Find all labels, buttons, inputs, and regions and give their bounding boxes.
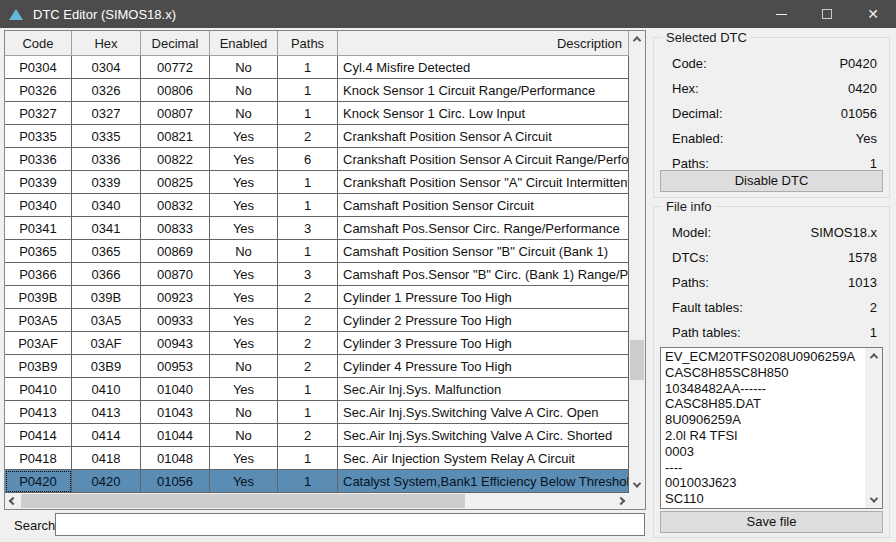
- cell-code[interactable]: P0336: [5, 148, 72, 171]
- table-row[interactable]: P0413041301043No1Sec.Air Inj.Sys.Switchi…: [5, 401, 629, 424]
- cell-description[interactable]: Crankshaft Position Sensor A Circuit: [338, 125, 629, 148]
- cell-decimal[interactable]: 00806: [141, 79, 210, 102]
- cell-enabled[interactable]: Yes: [210, 263, 278, 286]
- table-row[interactable]: P039B039B00923Yes2Cylinder 1 Pressure To…: [5, 286, 629, 309]
- cell-hex[interactable]: 0340: [72, 194, 141, 217]
- cell-hex[interactable]: 0366: [72, 263, 141, 286]
- cell-hex[interactable]: 0304: [72, 56, 141, 79]
- table-row[interactable]: P0339033900825Yes1Crankshaft Position Se…: [5, 171, 629, 194]
- cell-enabled[interactable]: Yes: [210, 217, 278, 240]
- cell-enabled[interactable]: No: [210, 240, 278, 263]
- cell-decimal[interactable]: 00923: [141, 286, 210, 309]
- column-header-paths[interactable]: Paths: [278, 31, 338, 56]
- column-header-hex[interactable]: Hex: [72, 31, 141, 56]
- cell-description[interactable]: Camshaft Position Sensor Circuit: [338, 194, 629, 217]
- file-details-textbox[interactable]: EV_ECM20TFS0208U0906259A CASC8H85SC8H850…: [660, 347, 883, 509]
- cell-hex[interactable]: 0341: [72, 217, 141, 240]
- column-header-code[interactable]: Code: [5, 31, 72, 56]
- table-row[interactable]: P0414041401044No2Sec.Air Inj.Sys.Switchi…: [5, 424, 629, 447]
- cell-paths[interactable]: 1: [278, 240, 338, 263]
- cell-description[interactable]: Sec.Air Inj.Sys.Switching Valve A Circ. …: [338, 401, 629, 424]
- scroll-down-button[interactable]: [629, 477, 645, 493]
- cell-enabled[interactable]: Yes: [210, 332, 278, 355]
- vertical-scroll-thumb[interactable]: [630, 340, 644, 380]
- cell-decimal[interactable]: 00822: [141, 148, 210, 171]
- cell-paths[interactable]: 2: [278, 125, 338, 148]
- table-row[interactable]: P0327032700807No1Knock Sensor 1 Circ. Lo…: [5, 102, 629, 125]
- cell-hex[interactable]: 03AF: [72, 332, 141, 355]
- cell-hex[interactable]: 0420: [72, 470, 141, 493]
- cell-decimal[interactable]: 00807: [141, 102, 210, 125]
- cell-description[interactable]: Cylinder 4 Pressure Too High: [338, 355, 629, 378]
- cell-description[interactable]: Sec.Air Inj.Sys. Malfunction: [338, 378, 629, 401]
- cell-code[interactable]: P0365: [5, 240, 72, 263]
- cell-hex[interactable]: 0413: [72, 401, 141, 424]
- cell-decimal[interactable]: 00833: [141, 217, 210, 240]
- cell-decimal[interactable]: 00943: [141, 332, 210, 355]
- cell-enabled[interactable]: Yes: [210, 286, 278, 309]
- cell-paths[interactable]: 1: [278, 470, 338, 493]
- cell-hex[interactable]: 0365: [72, 240, 141, 263]
- cell-paths[interactable]: 1: [278, 79, 338, 102]
- cell-description[interactable]: Sec. Air Injection System Relay A Circui…: [338, 447, 629, 470]
- table-row[interactable]: P03A503A500933Yes2Cylinder 2 Pressure To…: [5, 309, 629, 332]
- cell-enabled[interactable]: No: [210, 79, 278, 102]
- cell-paths[interactable]: 1: [278, 102, 338, 125]
- cell-enabled[interactable]: Yes: [210, 171, 278, 194]
- cell-code[interactable]: P0327: [5, 102, 72, 125]
- cell-paths[interactable]: 1: [278, 447, 338, 470]
- table-horizontal-scrollbar[interactable]: [5, 493, 629, 509]
- cell-paths[interactable]: 3: [278, 263, 338, 286]
- cell-description[interactable]: Crankshaft Position Sensor "A" Circuit I…: [338, 171, 629, 194]
- minimize-button[interactable]: [758, 0, 804, 28]
- column-header-description[interactable]: Description: [338, 31, 629, 56]
- cell-paths[interactable]: 1: [278, 56, 338, 79]
- cell-hex[interactable]: 03B9: [72, 355, 141, 378]
- cell-description[interactable]: Catalyst System,Bank1 Efficiency Below T…: [338, 470, 629, 493]
- cell-hex[interactable]: 0327: [72, 102, 141, 125]
- cell-code[interactable]: P03B9: [5, 355, 72, 378]
- cell-description[interactable]: Knock Sensor 1 Circuit Range/Performance: [338, 79, 629, 102]
- cell-code[interactable]: P0413: [5, 401, 72, 424]
- scroll-right-button[interactable]: [613, 493, 629, 509]
- table-row[interactable]: P0304030400772No1Cyl.4 Misfire Detected: [5, 56, 629, 79]
- cell-decimal[interactable]: 00933: [141, 309, 210, 332]
- cell-decimal[interactable]: 01044: [141, 424, 210, 447]
- cell-description[interactable]: Crankshaft Position Sensor A Circuit Ran…: [338, 148, 629, 171]
- search-input[interactable]: [55, 513, 645, 536]
- cell-paths[interactable]: 6: [278, 148, 338, 171]
- cell-paths[interactable]: 3: [278, 217, 338, 240]
- table-row[interactable]: P0326032600806No1Knock Sensor 1 Circuit …: [5, 79, 629, 102]
- cell-code[interactable]: P0341: [5, 217, 72, 240]
- cell-code[interactable]: P0366: [5, 263, 72, 286]
- cell-hex[interactable]: 0336: [72, 148, 141, 171]
- cell-code[interactable]: P0414: [5, 424, 72, 447]
- cell-description[interactable]: Cylinder 1 Pressure Too High: [338, 286, 629, 309]
- cell-hex[interactable]: 0335: [72, 125, 141, 148]
- cell-enabled[interactable]: No: [210, 102, 278, 125]
- cell-paths[interactable]: 2: [278, 286, 338, 309]
- cell-enabled[interactable]: Yes: [210, 148, 278, 171]
- cell-paths[interactable]: 1: [278, 378, 338, 401]
- cell-enabled[interactable]: Yes: [210, 470, 278, 493]
- cell-paths[interactable]: 1: [278, 194, 338, 217]
- column-header-enabled[interactable]: Enabled: [210, 31, 278, 56]
- table-row[interactable]: P03B903B900953No2Cylinder 4 Pressure Too…: [5, 355, 629, 378]
- scroll-up-button[interactable]: [629, 31, 645, 47]
- table-vertical-scrollbar[interactable]: [629, 31, 645, 493]
- cell-description[interactable]: Sec.Air Inj.Sys.Switching Valve A Circ. …: [338, 424, 629, 447]
- cell-code[interactable]: P0339: [5, 171, 72, 194]
- cell-description[interactable]: Cyl.4 Misfire Detected: [338, 56, 629, 79]
- cell-decimal[interactable]: 00825: [141, 171, 210, 194]
- cell-paths[interactable]: 2: [278, 424, 338, 447]
- column-header-decimal[interactable]: Decimal: [141, 31, 210, 56]
- cell-code[interactable]: P03AF: [5, 332, 72, 355]
- cell-decimal[interactable]: 00832: [141, 194, 210, 217]
- cell-enabled[interactable]: Yes: [210, 447, 278, 470]
- cell-decimal[interactable]: 00821: [141, 125, 210, 148]
- cell-hex[interactable]: 0339: [72, 171, 141, 194]
- table-row[interactable]: P0336033600822Yes6Crankshaft Position Se…: [5, 148, 629, 171]
- table-row[interactable]: P0340034000832Yes1Camshaft Position Sens…: [5, 194, 629, 217]
- cell-description[interactable]: Cylinder 3 Pressure Too High: [338, 332, 629, 355]
- table-row[interactable]: P0418041801048Yes1Sec. Air Injection Sys…: [5, 447, 629, 470]
